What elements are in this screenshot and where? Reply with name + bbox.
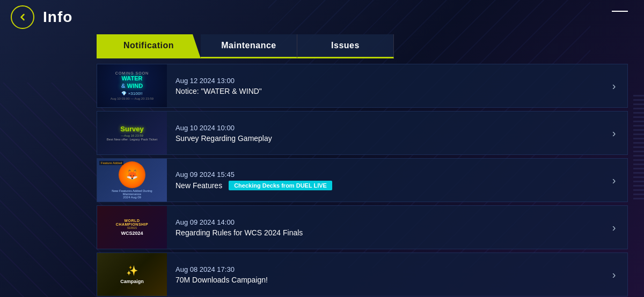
notification-thumbnail: Survey —Aug 16 23:59 Best New offer: Leg… [97,112,167,154]
notification-item[interactable]: Survey —Aug 16 23:59 Best New offer: Leg… [97,111,628,155]
notification-title-row: New Features Checking Decks from DUEL LI… [175,181,592,190]
notification-title: New Features [175,181,222,190]
notification-info: Aug 12 2024 13:00 Notice: "WATER & WIND" [167,70,601,102]
notification-info: Aug 08 2024 17:30 70M Downloads Campaign… [167,259,601,291]
header: Info [0,0,644,34]
notification-title-row: 70M Downloads Campaign! [175,276,592,284]
notification-thumbnail: Feature Added 🦊 New Features Added Durin… [97,159,167,202]
notification-thumbnail: WORLDCHAMPIONSHIP SERIES WCS2024 [97,206,167,249]
back-button[interactable] [11,5,34,29]
notification-arrow: › [601,221,627,234]
notification-title: Regarding Rules for WCS 2024 Finals [175,228,303,237]
notification-info: Aug 09 2024 15:45 New Features Checking … [167,164,601,197]
notification-date: Aug 09 2024 14:00 [175,218,592,226]
notification-item[interactable]: ✨ Campaign Aug 08 2024 17:30 70M Downloa… [97,253,628,296]
notification-title: Survey Regarding Gameplay [175,134,272,143]
notification-item[interactable]: coming soon WATER& WIND 💎 ×3100!! Aug 10… [97,64,628,108]
notification-arrow: › [601,174,627,187]
page-title: Info [43,9,72,26]
notification-item[interactable]: WORLDCHAMPIONSHIP SERIES WCS2024 Aug 09 … [97,205,628,249]
notification-thumbnail: coming soon WATER& WIND 💎 ×3100!! Aug 10… [97,64,167,107]
duel-live-badge: Checking Decks from DUEL LIVE [229,181,332,190]
notification-title-row: Regarding Rules for WCS 2024 Finals [175,228,592,237]
header-decoration [612,11,628,12]
notification-date: Aug 08 2024 17:30 [175,265,592,273]
notification-date: Aug 12 2024 13:00 [175,77,592,85]
notification-thumbnail: ✨ Campaign [97,253,167,296]
tab-bar: Notification Maintenance Issues [97,34,628,58]
notification-title: Notice: "WATER & WIND" [175,87,262,95]
notification-title-row: Notice: "WATER & WIND" [175,87,592,95]
notification-title: 70M Downloads Campaign! [175,276,268,284]
notification-info: Aug 10 2024 10:00 Survey Regarding Gamep… [167,117,601,149]
notifications-list: coming soon WATER& WIND 💎 ×3100!! Aug 10… [97,64,628,296]
notification-info: Aug 09 2024 14:00 Regarding Rules for WC… [167,212,601,243]
content-area: Notification Maintenance Issues coming s… [0,34,644,297]
notification-date: Aug 10 2024 10:00 [175,124,592,132]
notification-arrow: › [601,80,627,92]
notification-arrow: › [601,269,627,281]
tab-maintenance[interactable]: Maintenance [201,34,297,58]
tab-notification[interactable]: Notification [97,34,201,58]
tab-issues[interactable]: Issues [297,34,394,58]
notification-arrow: › [601,127,627,139]
notification-date: Aug 09 2024 15:45 [175,170,592,179]
notification-item[interactable]: Feature Added 🦊 New Features Added Durin… [97,158,628,202]
notification-title-row: Survey Regarding Gameplay [175,134,592,143]
